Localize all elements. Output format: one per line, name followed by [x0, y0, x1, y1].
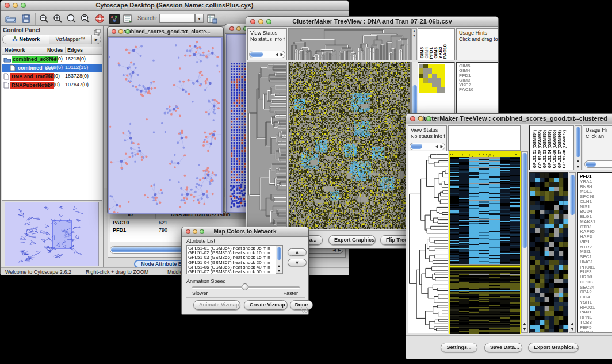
- minimize-button[interactable]: [236, 26, 241, 31]
- scrollbar-thumb[interactable]: [411, 144, 422, 149]
- scroll-left-arrow[interactable]: ◀: [435, 143, 438, 150]
- scroll-right-arrow[interactable]: ▶: [281, 51, 284, 58]
- scroll-down-arrow[interactable]: ▼: [569, 327, 575, 331]
- attribute-item[interactable]: GPL51-07 (GSM868) heat shock 60 min: [188, 270, 282, 274]
- tv2-column-dendrogram-empty[interactable]: [448, 125, 521, 151]
- network-view-1[interactable]: [108, 37, 223, 214]
- tv1-row-dendrogram[interactable]: [247, 62, 287, 229]
- col-network[interactable]: Network: [5, 47, 25, 53]
- column-label[interactable]: GPL51-07 (GSM868): [557, 130, 563, 168]
- scroll-up-arrow[interactable]: ▲: [276, 264, 282, 268]
- tv1-mini-arrows[interactable]: ▲▼: [411, 28, 417, 60]
- scrollbar-thumb[interactable]: [522, 153, 527, 248]
- save-session-button[interactable]: [20, 13, 33, 25]
- tv2-heatmap[interactable]: [449, 151, 521, 334]
- scroll-up-arrow[interactable]: ▲: [522, 321, 527, 325]
- vizmapper-tool-button[interactable]: [108, 13, 121, 25]
- animate-vizmap-button[interactable]: Animate Vizmap: [193, 300, 240, 310]
- search-input[interactable]: [159, 14, 195, 23]
- create-vizmap-button[interactable]: Create Vizmap: [244, 300, 288, 310]
- settings-button[interactable]: Settings...: [441, 343, 477, 352]
- scroll-down-arrow[interactable]: ▼: [522, 327, 527, 331]
- close-button[interactable]: [250, 19, 255, 24]
- export-graphics-button[interactable]: Export Graphics...: [528, 343, 579, 352]
- treeview2-titlebar[interactable]: ClusterMaker TreeView : combined_scores_…: [406, 114, 612, 124]
- minimize-button[interactable]: [418, 116, 423, 121]
- zoom-button[interactable]: [21, 3, 26, 8]
- close-button[interactable]: [5, 3, 10, 8]
- network-row[interactable]: RNAPuberNov2+ 563(0)107847(0): [2, 81, 102, 90]
- minimize-button[interactable]: [193, 229, 197, 234]
- scroll-down-arrow[interactable]: ▼: [575, 164, 581, 168]
- zoom-button[interactable]: [125, 29, 130, 34]
- animation-speed-slider[interactable]: [192, 286, 300, 288]
- column-label[interactable]: GPL51-04 (GSM857): [548, 130, 553, 168]
- tv2-status-scrollbar[interactable]: ◀▶: [410, 143, 445, 150]
- zoom-button[interactable]: [200, 229, 204, 234]
- slider-thumb[interactable]: [242, 283, 248, 290]
- gene-label[interactable]: MON2: [580, 330, 612, 333]
- tv1-status-scrollbar[interactable]: ◀▶: [249, 51, 285, 58]
- tv2-zoom-heatmap[interactable]: [529, 172, 568, 333]
- main-titlebar[interactable]: Cytoscape Desktop (Session Name: collins…: [1, 1, 349, 11]
- scrollbar-thumb[interactable]: [570, 175, 575, 215]
- close-button[interactable]: [112, 29, 116, 34]
- zoom-selected-button[interactable]: [79, 13, 92, 25]
- save-data-button[interactable]: Save Data...: [484, 343, 522, 352]
- column-label[interactable]: GPL51-01 (GSM854): [533, 130, 538, 168]
- network-window-1-titlebar[interactable]: combined_scores_good.txt--cluste...: [108, 27, 223, 37]
- dialog-titlebar[interactable]: Map Colors to Network: [182, 227, 308, 237]
- tv2-zoom-scrollbar[interactable]: ▲▼: [569, 172, 576, 333]
- network-row[interactable]: combined_scores 2764(0)16218(0): [2, 55, 102, 64]
- scrollbar-thumb[interactable]: [250, 52, 263, 57]
- network-row[interactable]: DNA and Tran 07 769(0)183728(0): [2, 72, 102, 81]
- zoom-out-button[interactable]: [37, 13, 51, 25]
- close-button[interactable]: [230, 26, 234, 31]
- zoom-fit-button[interactable]: [65, 13, 78, 25]
- col-edges[interactable]: Edges: [65, 47, 83, 53]
- gene-label[interactable]: PAC10: [459, 87, 498, 92]
- minimize-button[interactable]: [118, 29, 123, 34]
- scrollbar-thumb[interactable]: [277, 247, 281, 260]
- close-button[interactable]: [410, 116, 415, 121]
- scrollbar-thumb[interactable]: [586, 162, 596, 167]
- window-controls[interactable]: [5, 3, 26, 8]
- tab-overflow-button[interactable]: ▶: [91, 35, 101, 44]
- column-label[interactable]: GPL51-02 (GSM855): [538, 130, 543, 168]
- birdseye-view[interactable]: [5, 202, 99, 266]
- attribute-browser-button[interactable]: [205, 13, 219, 25]
- move-down-button[interactable]: ∨: [288, 259, 307, 266]
- zoom-button[interactable]: [266, 19, 271, 24]
- help-button[interactable]: [93, 13, 106, 25]
- minimize-button[interactable]: [258, 19, 263, 24]
- treeview1-titlebar[interactable]: ClusterMaker TreeView : DNA and Tran 07-…: [246, 17, 498, 27]
- scroll-left-arrow[interactable]: ◀: [276, 51, 278, 58]
- tab-network[interactable]: Network: [3, 35, 49, 44]
- zoom-button[interactable]: [426, 116, 431, 121]
- resize-grip[interactable]: [301, 307, 308, 313]
- tv1-column-dendrogram[interactable]: [288, 28, 411, 60]
- tv2-usage-scrollbar[interactable]: [584, 160, 612, 168]
- snapshot-button[interactable]: [121, 13, 135, 25]
- scroll-up-arrow[interactable]: ▲: [575, 159, 581, 163]
- attribute-list-scrollbar[interactable]: ▲▼: [276, 246, 282, 274]
- tv1-heatmap[interactable]: [288, 62, 411, 229]
- tab-vizmapper[interactable]: VizMapper™: [49, 35, 91, 44]
- column-label[interactable]: GPL51-03 (GSM856): [542, 130, 548, 168]
- scroll-down-arrow[interactable]: ▼: [276, 269, 282, 273]
- search-dropdown-button[interactable]: ▼: [195, 14, 204, 23]
- scroll-right-arrow[interactable]: ▶: [441, 143, 443, 150]
- open-session-button[interactable]: [4, 13, 17, 25]
- zoom-in-button[interactable]: [51, 13, 64, 25]
- column-label[interactable]: GPL51-08 (GSM872): [562, 130, 567, 168]
- attribute-listbox[interactable]: GPL51-01 (GSM854) heat shock 05 minGPL51…: [186, 245, 283, 274]
- close-button[interactable]: [186, 229, 190, 234]
- scroll-up-arrow[interactable]: ▲: [569, 321, 575, 325]
- scrollbar-thumb[interactable]: [576, 127, 580, 157]
- col-nodes[interactable]: Nodes: [45, 47, 63, 53]
- similarity-matrix[interactable]: [419, 64, 445, 93]
- move-up-button[interactable]: ∧: [288, 248, 307, 256]
- tv2-label-scrollbar[interactable]: ▲▼: [575, 125, 582, 170]
- tv2-row-dendrogram[interactable]: [408, 151, 448, 333]
- tv2-vscrollbar[interactable]: ▲▼: [521, 151, 528, 333]
